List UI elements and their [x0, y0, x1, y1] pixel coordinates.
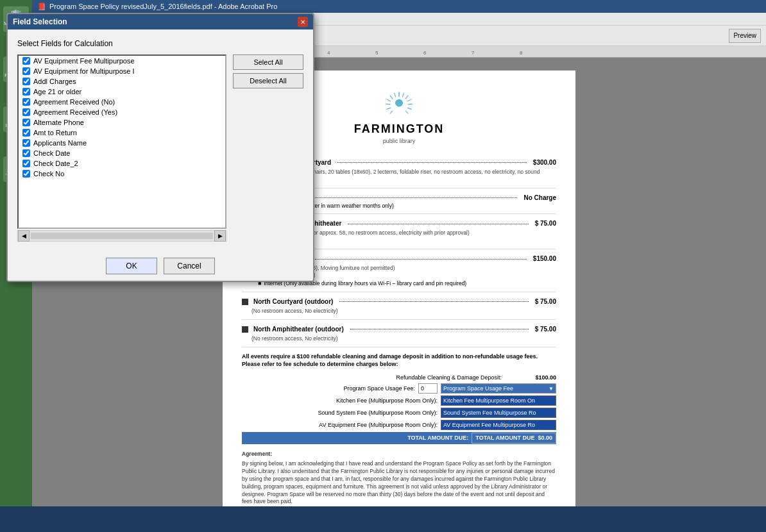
- svg-line-5: [407, 108, 412, 109]
- acrobat-titlebar: 📕 Program Space Policy revisedJuly_5_201…: [32, 0, 766, 13]
- field-item-amt-return[interactable]: Amt to Return: [19, 128, 225, 138]
- svg-line-2: [405, 96, 409, 99]
- field-checkbox-check-date-2[interactable]: [22, 160, 30, 167]
- ok-button[interactable]: OK: [106, 258, 157, 274]
- svg-line-6: [405, 111, 409, 114]
- svg-line-3: [407, 99, 412, 102]
- field-item-av-fee-multi[interactable]: AV Equipment Fee Multipurpose: [19, 56, 225, 66]
- field-item-addl-charges[interactable]: Addl Charges: [19, 76, 225, 87]
- field-checkbox-addl-charges[interactable]: [22, 78, 30, 85]
- field-item-age21[interactable]: Age 21 or older: [19, 87, 225, 97]
- svg-line-10: [386, 104, 391, 104]
- field-item-agreement-no[interactable]: Agreement Received (No): [19, 97, 225, 107]
- program-space-fee-input[interactable]: [418, 383, 438, 394]
- dialog-title: Field Selection: [13, 17, 67, 26]
- fee-row-total: TOTAL AMOUNT DUE: TOTAL AMOUNT DUE $0.00: [242, 432, 556, 444]
- total-amount-field[interactable]: TOTAL AMOUNT DUE $0.00: [472, 433, 556, 444]
- program-space-dropdown[interactable]: Program Space Usage Fee ▼: [441, 383, 556, 394]
- section-icon-ncourtyard: [242, 299, 248, 305]
- field-list[interactable]: AV Equipment Fee Multipurpose AV Equipme…: [17, 54, 226, 229]
- field-checkbox-agreement-no[interactable]: [22, 98, 30, 106]
- select-all-button[interactable]: Select All: [233, 54, 303, 70]
- fee-row-kitchen: Kitchen Fee (Multipurpose Room Only): Ki…: [242, 395, 556, 406]
- acrobat-app-icon: 📕: [37, 3, 46, 11]
- hscroll-left-btn[interactable]: ◀: [18, 230, 30, 242]
- acrobat-title: Program Space Policy revisedJuly_5_2016f…: [49, 3, 277, 10]
- field-checkbox-amt-return[interactable]: [22, 129, 30, 137]
- dialog-main: AV Equipment Fee Multipurpose AV Equipme…: [17, 54, 303, 242]
- svg-line-7: [395, 93, 396, 97]
- dialog-close-button[interactable]: ✕: [298, 17, 308, 27]
- svg-line-1: [402, 93, 404, 97]
- field-list-hscroll[interactable]: ◀ ▶: [17, 230, 226, 242]
- pdf-agreement: Agreement: By signing below, I am acknow…: [242, 451, 556, 506]
- cancel-button[interactable]: Cancel: [164, 258, 215, 274]
- preview-button[interactable]: Preview: [729, 29, 761, 43]
- field-checkbox-agreement-yes[interactable]: [22, 108, 30, 116]
- deselect-all-button[interactable]: Deselect All: [233, 73, 303, 88]
- field-item-alt-phone[interactable]: Alternate Phone: [19, 117, 225, 128]
- svg-line-11: [387, 108, 391, 109]
- dialog-titlebar: Field Selection ✕: [8, 14, 313, 29]
- kitchen-fee-dropdown[interactable]: Kitchen Fee Multipurpose Room On: [441, 395, 556, 406]
- fee-row-program-space: Program Space Usage Fee: Program Space U…: [242, 383, 556, 394]
- dialog-side-buttons: Select All Deselect All: [233, 54, 303, 242]
- dialog-body: Select Fields for Calculation AV Equipme…: [8, 29, 313, 251]
- fee-row-av: AV Equipment Fee (Multipurpose Room Only…: [242, 420, 556, 430]
- svg-line-12: [390, 111, 393, 114]
- field-item-check-no[interactable]: Check No: [19, 169, 225, 179]
- pdf-section-north-amphi: North Amphitheater (outdoor) $ 75.00 (No…: [242, 325, 556, 347]
- svg-line-4: [408, 104, 413, 104]
- hscroll-right-btn[interactable]: ▶: [214, 230, 226, 242]
- sound-fee-dropdown-box[interactable]: Sound System Fee Multipurpose Ro: [441, 408, 556, 418]
- sound-fee-dropdown[interactable]: Sound System Fee Multipurpose Ro: [441, 408, 556, 418]
- field-item-check-date[interactable]: Check Date: [19, 148, 225, 158]
- field-checkbox-applicants-name[interactable]: [22, 139, 30, 147]
- deposit-notice: All events require a $100 refundable cle…: [242, 353, 556, 369]
- section-icon-namphi: [242, 326, 248, 333]
- taskbar: [0, 506, 766, 532]
- svg-line-8: [390, 96, 393, 99]
- program-space-dropdown-box[interactable]: Program Space Usage Fee ▼: [441, 383, 556, 394]
- dropdown-arrow-1: ▼: [549, 385, 554, 392]
- field-item-agreement-yes[interactable]: Agreement Received (Yes): [19, 107, 225, 117]
- field-item-check-date-2[interactable]: Check Date_2: [19, 158, 225, 169]
- field-checkbox-alt-phone[interactable]: [22, 119, 30, 126]
- av-fee-dropdown[interactable]: AV Equipment Fee Multipurpose Ro: [441, 420, 556, 430]
- agreement-text: By signing below, I am acknowledging tha…: [242, 460, 556, 506]
- field-checkbox-age21[interactable]: [22, 88, 30, 96]
- field-selection-dialog: Field Selection ✕ Select Fields for Calc…: [6, 13, 314, 282]
- field-checkbox-av-fee-multi[interactable]: [22, 57, 30, 65]
- pdf-section-north-courtyard: North Courtyard (outdoor) $ 75.00 (No re…: [242, 297, 556, 320]
- kitchen-fee-dropdown-box[interactable]: Kitchen Fee Multipurpose Room On: [441, 395, 556, 406]
- svg-point-13: [395, 99, 403, 107]
- dialog-subtitle: Select Fields for Calculation: [17, 39, 303, 48]
- field-checkbox-av-equip-multi[interactable]: [22, 67, 30, 75]
- field-item-av-equip-multi[interactable]: AV Equipment for Multipurpose I: [19, 66, 225, 76]
- dialog-footer: OK Cancel: [8, 251, 313, 281]
- svg-line-9: [387, 99, 391, 102]
- hscroll-track[interactable]: [31, 233, 213, 239]
- agreement-title: Agreement:: [242, 451, 556, 458]
- field-checkbox-check-no[interactable]: [22, 170, 30, 178]
- av-fee-dropdown-box[interactable]: AV Equipment Fee Multipurpose Ro: [441, 420, 556, 430]
- fee-row-sound: Sound System Fee (Multipurpose Room Only…: [242, 408, 556, 418]
- fee-row-deposit: Refundable Cleaning & Damage Deposit: $1…: [242, 374, 556, 382]
- farmington-logo: [380, 90, 418, 119]
- field-item-applicants-name[interactable]: Applicants Name: [19, 138, 225, 148]
- pdf-fee-table: Refundable Cleaning & Damage Deposit: $1…: [242, 374, 556, 444]
- field-list-wrapper: AV Equipment Fee Multipurpose AV Equipme…: [17, 54, 226, 242]
- field-checkbox-check-date[interactable]: [22, 149, 30, 157]
